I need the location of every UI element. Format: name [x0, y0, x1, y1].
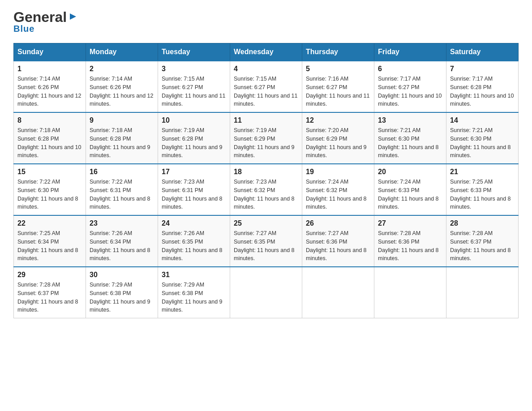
calendar-cell: 11 Sunrise: 7:19 AMSunset: 6:29 PMDaylig…: [230, 112, 302, 164]
header-wednesday: Wednesday: [230, 43, 302, 61]
logo-blue: Blue: [13, 24, 34, 34]
calendar-cell: 26 Sunrise: 7:27 AMSunset: 6:36 PMDaylig…: [302, 215, 374, 267]
day-number: 21: [450, 168, 515, 176]
calendar-cell: 13 Sunrise: 7:21 AMSunset: 6:30 PMDaylig…: [374, 112, 446, 164]
calendar-cell: 15 Sunrise: 7:22 AMSunset: 6:30 PMDaylig…: [14, 164, 86, 215]
day-number: 1: [17, 65, 82, 73]
header-friday: Friday: [374, 43, 446, 61]
day-info: Sunrise: 7:22 AMSunset: 6:31 PMDaylight:…: [90, 179, 150, 210]
day-number: 20: [378, 168, 442, 176]
day-info: Sunrise: 7:20 AMSunset: 6:29 PMDaylight:…: [306, 127, 367, 158]
day-info: Sunrise: 7:25 AMSunset: 6:33 PMDaylight:…: [450, 179, 511, 210]
day-info: Sunrise: 7:19 AMSunset: 6:28 PMDaylight:…: [162, 127, 223, 158]
calendar-cell: 25 Sunrise: 7:27 AMSunset: 6:35 PMDaylig…: [230, 215, 302, 267]
header-tuesday: Tuesday: [158, 43, 230, 61]
day-number: 4: [234, 65, 298, 73]
calendar-cell: 9 Sunrise: 7:18 AMSunset: 6:28 PMDayligh…: [86, 112, 158, 164]
day-info: Sunrise: 7:21 AMSunset: 6:30 PMDaylight:…: [450, 127, 511, 158]
calendar-cell: 14 Sunrise: 7:21 AMSunset: 6:30 PMDaylig…: [446, 112, 519, 164]
header-sunday: Sunday: [14, 43, 86, 61]
calendar-cell: 3 Sunrise: 7:15 AMSunset: 6:27 PMDayligh…: [158, 61, 230, 112]
day-info: Sunrise: 7:15 AMSunset: 6:27 PMDaylight:…: [234, 76, 297, 107]
week-row-2: 8 Sunrise: 7:18 AMSunset: 6:28 PMDayligh…: [14, 112, 519, 164]
day-number: 18: [234, 168, 298, 176]
day-info: Sunrise: 7:15 AMSunset: 6:27 PMDaylight:…: [162, 76, 225, 107]
day-number: 29: [17, 271, 82, 279]
calendar-cell: [230, 267, 302, 318]
day-info: Sunrise: 7:27 AMSunset: 6:36 PMDaylight:…: [306, 230, 367, 261]
day-number: 26: [306, 219, 370, 227]
day-info: Sunrise: 7:25 AMSunset: 6:34 PMDaylight:…: [17, 230, 78, 261]
calendar-cell: 30 Sunrise: 7:29 AMSunset: 6:38 PMDaylig…: [86, 267, 158, 318]
day-number: 24: [162, 219, 226, 227]
calendar-cell: 23 Sunrise: 7:26 AMSunset: 6:34 PMDaylig…: [86, 215, 158, 267]
calendar-cell: 12 Sunrise: 7:20 AMSunset: 6:29 PMDaylig…: [302, 112, 374, 164]
day-info: Sunrise: 7:26 AMSunset: 6:34 PMDaylight:…: [90, 230, 150, 261]
day-info: Sunrise: 7:21 AMSunset: 6:30 PMDaylight:…: [378, 127, 439, 158]
day-info: Sunrise: 7:14 AMSunset: 6:26 PMDaylight:…: [90, 76, 153, 107]
calendar-cell: 4 Sunrise: 7:15 AMSunset: 6:27 PMDayligh…: [230, 61, 302, 112]
day-number: 6: [378, 65, 442, 73]
week-row-4: 22 Sunrise: 7:25 AMSunset: 6:34 PMDaylig…: [14, 215, 519, 267]
calendar-cell: 19 Sunrise: 7:24 AMSunset: 6:32 PMDaylig…: [302, 164, 374, 215]
day-info: Sunrise: 7:17 AMSunset: 6:28 PMDaylight:…: [450, 76, 514, 107]
day-info: Sunrise: 7:18 AMSunset: 6:28 PMDaylight:…: [90, 127, 150, 158]
day-number: 25: [234, 219, 298, 227]
calendar-cell: 22 Sunrise: 7:25 AMSunset: 6:34 PMDaylig…: [14, 215, 86, 267]
header-saturday: Saturday: [446, 43, 519, 61]
calendar-cell: 18 Sunrise: 7:23 AMSunset: 6:32 PMDaylig…: [230, 164, 302, 215]
calendar-cell: 6 Sunrise: 7:17 AMSunset: 6:27 PMDayligh…: [374, 61, 446, 112]
page-header: General Blue: [13, 9, 519, 34]
calendar-cell: 24 Sunrise: 7:26 AMSunset: 6:35 PMDaylig…: [158, 215, 230, 267]
logo: General Blue: [13, 9, 78, 34]
calendar-cell: [446, 267, 519, 318]
day-number: 30: [90, 271, 154, 279]
week-row-1: 1 Sunrise: 7:14 AMSunset: 6:26 PMDayligh…: [14, 61, 519, 112]
day-number: 23: [90, 219, 154, 227]
day-number: 13: [378, 116, 442, 124]
day-info: Sunrise: 7:28 AMSunset: 6:36 PMDaylight:…: [378, 230, 439, 261]
day-info: Sunrise: 7:29 AMSunset: 6:38 PMDaylight:…: [162, 282, 223, 313]
calendar-cell: 27 Sunrise: 7:28 AMSunset: 6:36 PMDaylig…: [374, 215, 446, 267]
calendar-cell: 2 Sunrise: 7:14 AMSunset: 6:26 PMDayligh…: [86, 61, 158, 112]
header-thursday: Thursday: [302, 43, 374, 61]
day-info: Sunrise: 7:19 AMSunset: 6:29 PMDaylight:…: [234, 127, 295, 158]
calendar-cell: 31 Sunrise: 7:29 AMSunset: 6:38 PMDaylig…: [158, 267, 230, 318]
day-info: Sunrise: 7:24 AMSunset: 6:32 PMDaylight:…: [306, 179, 367, 210]
day-info: Sunrise: 7:14 AMSunset: 6:26 PMDaylight:…: [17, 76, 81, 107]
day-number: 14: [450, 116, 515, 124]
day-number: 9: [90, 116, 154, 124]
day-number: 22: [17, 219, 82, 227]
calendar-cell: 17 Sunrise: 7:23 AMSunset: 6:31 PMDaylig…: [158, 164, 230, 215]
logo-triangle-icon: [68, 12, 78, 23]
day-number: 11: [234, 116, 298, 124]
day-info: Sunrise: 7:22 AMSunset: 6:30 PMDaylight:…: [17, 179, 78, 210]
calendar-cell: 21 Sunrise: 7:25 AMSunset: 6:33 PMDaylig…: [446, 164, 519, 215]
day-number: 15: [17, 168, 82, 176]
calendar-cell: 7 Sunrise: 7:17 AMSunset: 6:28 PMDayligh…: [446, 61, 519, 112]
calendar-table: SundayMondayTuesdayWednesdayThursdayFrid…: [13, 43, 519, 318]
day-number: 31: [162, 271, 226, 279]
calendar-cell: 1 Sunrise: 7:14 AMSunset: 6:26 PMDayligh…: [14, 61, 86, 112]
day-number: 8: [17, 116, 82, 124]
day-info: Sunrise: 7:28 AMSunset: 6:37 PMDaylight:…: [450, 230, 511, 261]
day-number: 28: [450, 219, 515, 227]
day-number: 12: [306, 116, 370, 124]
calendar-cell: 28 Sunrise: 7:28 AMSunset: 6:37 PMDaylig…: [446, 215, 519, 267]
logo-general: General: [13, 9, 67, 26]
day-info: Sunrise: 7:17 AMSunset: 6:27 PMDaylight:…: [378, 76, 442, 107]
day-number: 16: [90, 168, 154, 176]
day-info: Sunrise: 7:27 AMSunset: 6:35 PMDaylight:…: [234, 230, 295, 261]
day-info: Sunrise: 7:28 AMSunset: 6:37 PMDaylight:…: [17, 282, 78, 313]
day-number: 3: [162, 65, 226, 73]
day-number: 10: [162, 116, 226, 124]
calendar-cell: [374, 267, 446, 318]
calendar-cell: 16 Sunrise: 7:22 AMSunset: 6:31 PMDaylig…: [86, 164, 158, 215]
header-monday: Monday: [86, 43, 158, 61]
calendar-cell: [302, 267, 374, 318]
day-number: 2: [90, 65, 154, 73]
calendar-cell: 8 Sunrise: 7:18 AMSunset: 6:28 PMDayligh…: [14, 112, 86, 164]
day-number: 27: [378, 219, 442, 227]
day-info: Sunrise: 7:26 AMSunset: 6:35 PMDaylight:…: [162, 230, 223, 261]
day-info: Sunrise: 7:29 AMSunset: 6:38 PMDaylight:…: [90, 282, 150, 313]
